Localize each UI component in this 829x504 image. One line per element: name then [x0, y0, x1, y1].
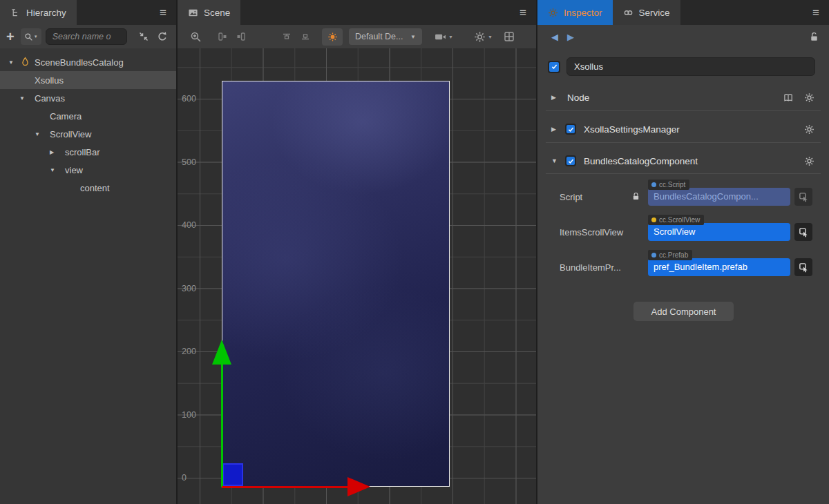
scene-toolbar: Default De... ▼ ▼ ▼	[178, 25, 536, 48]
x-axis-gizmo[interactable]	[222, 486, 349, 488]
badge-dot-icon	[651, 217, 656, 222]
picker-cursor-icon	[799, 227, 809, 238]
component-enabled-checkbox[interactable]	[565, 124, 576, 135]
camera-menu-button[interactable]: ▼	[435, 31, 453, 43]
gear-icon[interactable]	[804, 124, 814, 135]
collapse-arrow-icon[interactable]: ▼	[19, 95, 25, 101]
tree-item-canvas[interactable]: ▼Canvas	[0, 89, 176, 107]
tree-item-xsollus[interactable]: Xsollus	[0, 71, 176, 89]
y-axis-gizmo[interactable]	[221, 363, 223, 487]
type-badge: cc.Script	[648, 180, 689, 190]
tree-item-label: Camera	[50, 111, 82, 122]
type-badge: cc.ScrollView	[648, 215, 704, 225]
refresh-icon[interactable]	[157, 31, 168, 42]
zoom-icon[interactable]	[190, 31, 202, 43]
align-right-icon[interactable]	[236, 31, 247, 42]
tree-item-scrollbar[interactable]: ▶scrollBar	[0, 143, 176, 161]
picker-cursor-icon	[799, 262, 809, 273]
align-top-icon[interactable]	[281, 31, 292, 42]
picker-button[interactable]	[794, 258, 812, 276]
expand-arrow-icon[interactable]: ▶	[50, 149, 54, 155]
forward-arrow[interactable]: ▶	[567, 32, 574, 42]
gear-icon[interactable]	[804, 156, 814, 166]
y-axis-arrowhead-icon	[212, 340, 231, 365]
tree-item-scrollview[interactable]: ▼ScrollView	[0, 125, 176, 143]
reference-field[interactable]: BundlesCatalogCompon...	[648, 188, 790, 206]
component-header-xsollasettingsmanager[interactable]: ▶ XsollaSettingsManager	[537, 119, 829, 139]
inspector-tab-label: Inspector	[564, 8, 602, 18]
badge-dot-icon	[651, 182, 656, 187]
gear-icon[interactable]	[804, 93, 814, 103]
inspector-menu-icon[interactable]: ≡	[812, 7, 829, 19]
tree-item-label: Xsollus	[35, 75, 64, 86]
search-input[interactable]	[46, 28, 127, 45]
tab-scene[interactable]: Scene	[178, 0, 240, 25]
service-tab-label: Service	[639, 8, 670, 18]
tree-item-content[interactable]: content	[0, 179, 176, 197]
tree-item-camera[interactable]: Camera	[0, 107, 176, 125]
node-active-checkbox[interactable]	[548, 61, 560, 73]
canvas-design-area[interactable]	[222, 81, 450, 487]
book-icon[interactable]	[783, 93, 794, 103]
add-component-button[interactable]: Add Component	[633, 302, 734, 321]
check-icon	[567, 157, 575, 165]
hierarchy-menu-icon[interactable]: ≡	[160, 7, 176, 19]
scene-menu-icon[interactable]: ≡	[520, 7, 536, 19]
check-icon	[567, 126, 575, 133]
hierarchy-tabbar: Hierarchy ≡	[0, 0, 176, 25]
align-bottom-icon[interactable]	[300, 31, 311, 42]
layout-grid-icon[interactable]	[504, 31, 515, 42]
ruler-label: 600	[182, 93, 196, 104]
link-icon	[623, 8, 633, 18]
node-name-row	[537, 57, 829, 76]
scene-viewport[interactable]: 6005004003002001000	[178, 48, 536, 504]
reference-field[interactable]: pref_BundleItem.prefab	[648, 258, 790, 276]
node-section-header[interactable]: ▶ Node	[537, 87, 829, 108]
collapse-arrow-icon[interactable]: ▼	[35, 131, 40, 137]
reference-field[interactable]: ScrollView	[648, 223, 790, 241]
gizmo-toggle-button[interactable]	[322, 28, 343, 46]
design-resolution-dropdown[interactable]: Default De... ▼	[349, 28, 422, 45]
align-left-icon[interactable]	[217, 31, 228, 42]
component-enabled-checkbox[interactable]	[565, 155, 576, 166]
scene-tabbar: Scene ≡	[178, 0, 536, 25]
ruler-label: 500	[182, 157, 196, 168]
collapse-all-icon[interactable]	[138, 31, 149, 42]
tree-item-label: Canvas	[35, 93, 65, 104]
component-title: XsollaSettingsManager	[584, 124, 680, 135]
collapse-arrow-icon[interactable]: ▼	[8, 59, 14, 66]
back-arrow[interactable]: ◀	[551, 32, 558, 42]
node-name-input[interactable]	[566, 57, 815, 76]
hierarchy-tab-label: Hierarchy	[26, 8, 66, 18]
chevron-down-icon: ▼	[410, 34, 416, 40]
create-node-button[interactable]: +	[6, 30, 15, 43]
inspector-panel: Inspector Service ≡ ◀ ▶ ▶ Node	[537, 0, 829, 504]
divider	[546, 110, 821, 111]
inspector-nav: ◀ ▶	[537, 25, 829, 48]
gear-icon	[474, 31, 486, 43]
ruler-label: 100	[182, 409, 196, 420]
tab-inspector[interactable]: Inspector	[537, 0, 613, 25]
collapse-arrow-icon[interactable]: ▼	[50, 167, 55, 173]
component-header-bundlescatalogcomponent[interactable]: ▼ BundlesCatalogComponent	[537, 151, 829, 171]
search-filter-button[interactable]: ▼	[21, 28, 41, 45]
picker-button[interactable]	[794, 223, 812, 241]
tab-service[interactable]: Service	[613, 0, 680, 25]
expand-arrow-icon[interactable]: ▶	[551, 126, 560, 133]
ruler-label: 0	[182, 472, 187, 483]
chevron-down-icon: ▼	[488, 35, 493, 39]
collapse-arrow-icon[interactable]: ▼	[551, 157, 560, 164]
scene-panel: Scene ≡ Default De... ▼ ▼ ▼	[178, 0, 536, 504]
badge-dot-icon	[651, 253, 656, 258]
divider	[546, 173, 821, 174]
tree-item-scenebundlescatalog[interactable]: ▼SceneBundlesCatalog	[0, 53, 176, 71]
tab-hierarchy[interactable]: Hierarchy	[0, 0, 77, 25]
picker-button[interactable]	[794, 188, 812, 206]
unlock-icon[interactable]	[809, 32, 819, 42]
tree-item-view[interactable]: ▼view	[0, 161, 176, 179]
expand-arrow-icon[interactable]: ▶	[551, 94, 560, 101]
hierarchy-tree-icon	[10, 8, 21, 18]
ruler-label: 400	[182, 220, 196, 231]
scene-settings-button[interactable]: ▼	[474, 31, 493, 43]
sprite-preview[interactable]	[222, 463, 243, 486]
